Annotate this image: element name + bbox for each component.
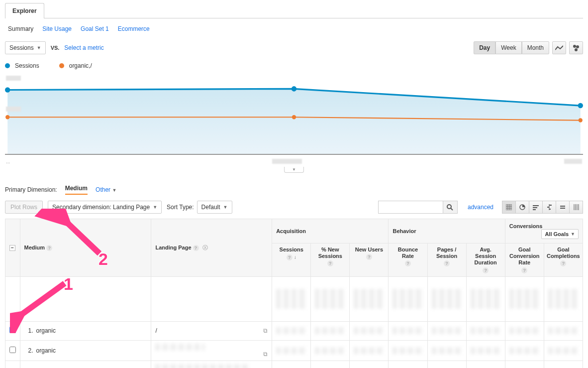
row-number: 2.: [24, 347, 33, 354]
sort-type-label: Sort Type:: [167, 204, 194, 211]
group-behavior: Behavior: [389, 219, 505, 244]
secondary-dimension-select[interactable]: Secondary dimension: Landing Page▼: [48, 201, 162, 214]
col-pct-new[interactable]: % New Sessions: [315, 246, 345, 259]
col-bounce[interactable]: Bounce Rate: [392, 246, 423, 259]
svg-line-11: [451, 208, 453, 210]
col-sessions[interactable]: Sessions: [280, 246, 303, 253]
period-month[interactable]: Month: [522, 41, 549, 54]
svg-rect-23: [547, 207, 549, 208]
svg-point-6: [578, 103, 583, 109]
sessions-chart[interactable]: [5, 75, 583, 155]
metric-sessions-label: Sessions: [9, 44, 34, 51]
col-gcomp[interactable]: Goal Completions: [547, 246, 580, 259]
svg-point-5: [292, 86, 296, 92]
subtab-summary[interactable]: Summary: [8, 25, 33, 32]
legend-organic: organic,/: [69, 62, 92, 69]
primary-dimension-medium[interactable]: Medium: [65, 185, 88, 195]
collapse-all-icon[interactable]: −: [9, 245, 15, 251]
sort-desc-icon[interactable]: ↓: [294, 254, 296, 260]
help-icon[interactable]: ?: [46, 245, 52, 251]
group-acquisition: Acquisition: [272, 219, 389, 244]
svg-rect-25: [560, 206, 565, 207]
period-week[interactable]: Week: [495, 41, 521, 54]
row-medium[interactable]: organic: [36, 347, 56, 354]
svg-rect-22: [549, 205, 552, 206]
primary-dimension-other[interactable]: Other ▼: [96, 186, 116, 193]
conversions-goals-select[interactable]: All Goals▼: [541, 229, 579, 239]
table-row: 2.organic ⧉: [5, 340, 583, 361]
subtab-goal-set-1[interactable]: Goal Set 1: [81, 25, 109, 32]
group-conversions: Conversions: [509, 223, 543, 229]
svg-point-2: [575, 48, 578, 51]
svg-point-10: [447, 205, 451, 209]
svg-rect-26: [560, 208, 565, 209]
data-table: − Medium ? Landing Page ? ⓧ Acquisition …: [5, 219, 583, 368]
caret-down-icon: ▼: [37, 45, 41, 50]
view-pie-icon[interactable]: [515, 201, 529, 214]
row-checkbox[interactable]: [9, 347, 16, 353]
svg-rect-12: [506, 204, 512, 210]
svg-point-8: [292, 115, 296, 119]
col-avg-dur[interactable]: Avg. Session Duration: [471, 246, 501, 266]
subtab-ecommerce[interactable]: Ecommerce: [118, 25, 150, 32]
plot-rows-button[interactable]: Plot Rows: [5, 201, 43, 214]
advanced-link[interactable]: advanced: [468, 204, 493, 211]
row-landing[interactable]: /: [155, 327, 157, 334]
search-button[interactable]: [443, 201, 458, 214]
xaxis-left: ...: [6, 159, 10, 165]
row-checkbox[interactable]: [9, 327, 16, 333]
svg-point-0: [573, 45, 576, 48]
row-number: 1.: [24, 327, 33, 334]
motion-chart-icon[interactable]: [569, 41, 583, 54]
svg-point-1: [576, 45, 579, 48]
tab-explorer[interactable]: Explorer: [5, 3, 44, 18]
svg-point-4: [5, 87, 10, 93]
svg-point-9: [579, 118, 583, 122]
view-term-cloud-icon[interactable]: [556, 201, 570, 214]
sort-type-select[interactable]: Default▼: [197, 201, 232, 214]
col-new-users[interactable]: New Users: [355, 246, 383, 253]
search-input[interactable]: [378, 201, 443, 214]
col-landing-page[interactable]: Landing Page: [155, 245, 191, 250]
metric-sessions-select[interactable]: Sessions ▼: [5, 41, 46, 54]
svg-point-7: [5, 115, 9, 119]
view-performance-icon[interactable]: [529, 201, 543, 214]
table-row: 3.organic ⧉: [5, 361, 583, 368]
open-link-icon[interactable]: ⧉: [263, 351, 268, 358]
period-day[interactable]: Day: [474, 41, 495, 54]
view-table-icon[interactable]: [502, 201, 516, 214]
col-pps[interactable]: Pages / Session: [432, 246, 462, 259]
primary-dimension-label: Primary Dimension:: [5, 186, 57, 193]
view-pivot-icon[interactable]: [569, 201, 583, 214]
view-comparison-icon[interactable]: [542, 201, 556, 214]
vs-label: VS.: [51, 45, 60, 51]
subtab-site-usage[interactable]: Site Usage: [42, 25, 72, 32]
col-medium[interactable]: Medium: [24, 245, 45, 250]
legend-dot-sessions: [5, 63, 10, 68]
select-metric-link[interactable]: Select a metric: [64, 44, 103, 51]
legend-dot-organic: [59, 63, 64, 68]
table-row: 1.organic /⧉: [5, 321, 583, 340]
help-icon[interactable]: ?: [193, 245, 199, 251]
svg-rect-24: [549, 209, 551, 210]
col-gcr[interactable]: Goal Conversion Rate: [509, 246, 540, 266]
row-medium[interactable]: organic: [36, 327, 56, 334]
chart-expand-handle[interactable]: ▼: [284, 167, 304, 173]
svg-marker-3: [7, 89, 581, 154]
legend-sessions: Sessions: [15, 62, 39, 69]
open-link-icon[interactable]: ⧉: [263, 327, 268, 334]
line-chart-icon[interactable]: [552, 41, 566, 54]
remove-secondary-dim-icon[interactable]: ⓧ: [202, 245, 208, 250]
